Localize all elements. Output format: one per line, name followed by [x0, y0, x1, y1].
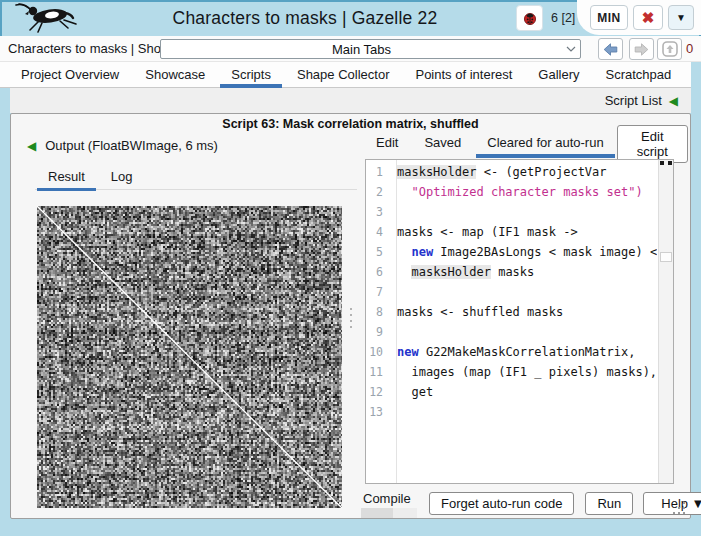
code-text: masks <- map (IF1 mask -> [390, 225, 578, 239]
edit-script-button[interactable]: Edit script [617, 125, 688, 163]
editor-tab-saved[interactable]: Saved [411, 130, 474, 157]
tab-points-of-interest[interactable]: Points of interest [402, 62, 525, 87]
line-number: 5 [366, 245, 390, 259]
code-line: 6 masksHolder masks [366, 262, 658, 282]
collapse-output-icon[interactable]: ◀ [27, 140, 36, 152]
arrow-right-icon [634, 43, 649, 56]
window-controls: MIN ✖ ▼ [577, 0, 701, 35]
line-number: 4 [366, 225, 390, 239]
script-list-bar: Script List ◀ [10, 88, 691, 113]
editor-tabbar: EditSavedCleared for auto-run Edit scrip… [363, 130, 688, 157]
code-text: get [390, 385, 433, 399]
editor-tab-edit[interactable]: Edit [363, 130, 411, 157]
code-line: 8masks <- shuffled masks [366, 302, 658, 322]
script-panel: Script 63: Mask correlation matrix, shuf… [10, 113, 691, 519]
editor-scrollbar[interactable] [658, 160, 673, 483]
code-text: masks <- shuffled masks [390, 305, 563, 319]
caret-down-icon: ▼ [676, 12, 686, 23]
editor-column: EditSavedCleared for auto-run Edit scrip… [357, 130, 688, 520]
code-text: "Optimized character masks set") [390, 185, 643, 199]
show-label: Characters to masks | Show [8, 36, 170, 62]
code-text: new G22MakeMaskCorrelationMatrix, [390, 345, 635, 359]
bug-count: 6 [2] [551, 0, 575, 36]
tab-scratchpad[interactable]: Scratchpad [592, 62, 684, 87]
code-line: 5 new Image2BAsLongs < mask image) < [366, 242, 658, 262]
forget-autorun-button[interactable]: Forget auto-run code [429, 492, 574, 515]
collapse-left-icon[interactable]: ◀ [669, 95, 678, 107]
tab-showcase[interactable]: Showcase [132, 62, 218, 87]
resize-grip[interactable] [672, 501, 686, 515]
tab-set-selector-value: Main Tabs [161, 42, 562, 57]
code-line: 4masks <- map (IF1 mask -> [366, 222, 658, 242]
code-text: images (map (IF1 _ pixels) masks), [390, 365, 657, 379]
window-menu-button[interactable]: ▼ [668, 5, 694, 30]
line-number: 11 [366, 365, 390, 379]
scrollbar-marker [668, 161, 672, 165]
correlation-matrix-image [37, 206, 342, 508]
toolbar: Characters to masks | Show Main Tabs 0 [0, 36, 701, 62]
line-number: 6 [366, 265, 390, 279]
run-button[interactable]: Run [585, 492, 633, 515]
output-tab-result[interactable]: Result [35, 164, 98, 189]
line-number: 3 [366, 205, 390, 219]
panel-splitter-handle[interactable] [348, 306, 354, 336]
window-title: Characters to masks | Gazelle 22 [95, 0, 515, 36]
code-line: 3 [366, 202, 658, 222]
code-line: 11 images (map (IF1 _ pixels) masks), [366, 362, 658, 382]
line-number: 10 [366, 345, 390, 359]
code-line: 12 get [366, 382, 658, 402]
history-back-button[interactable] [598, 38, 623, 60]
window-frame-right [691, 62, 701, 536]
code-text: new Image2BAsLongs < mask image) < [390, 245, 657, 259]
compile-progress-fill [361, 508, 393, 518]
script-heading: Script 63: Mask correlation matrix, shuf… [11, 117, 690, 131]
editor-tab-cleared-for-auto-run[interactable]: Cleared for auto-run [474, 130, 616, 157]
line-number: 13 [366, 405, 390, 419]
minimize-button[interactable]: MIN [590, 5, 628, 30]
close-button[interactable]: ✖ [633, 5, 663, 30]
code-text: masksHolder masks [390, 265, 534, 279]
line-number: 8 [366, 305, 390, 319]
code-line: 9 [366, 322, 658, 342]
tab-shape-collector[interactable]: Shape Collector [284, 62, 403, 87]
line-number: 2 [366, 185, 390, 199]
bug-report-button[interactable] [516, 5, 543, 31]
code-line: 2 "Optimized character masks set") [366, 182, 658, 202]
scrollbar-thumb[interactable] [660, 252, 672, 262]
code-text: masksHolder <- (getProjectVar [390, 165, 607, 179]
navigate-up-button[interactable] [657, 38, 682, 60]
compile-status: Compile [361, 490, 423, 518]
tab-set-selector[interactable]: Main Tabs [160, 39, 581, 59]
scrollbar-marker [660, 161, 664, 165]
window-frame-left [0, 88, 10, 536]
tab-scripts[interactable]: Scripts [218, 62, 284, 87]
code-lines: 1masksHolder <- (getProjectVar2 "Optimiz… [366, 162, 658, 422]
tab-project-overview[interactable]: Project Overview [8, 62, 132, 87]
code-editor[interactable]: 1masksHolder <- (getProjectVar2 "Optimiz… [365, 159, 674, 484]
main-tabs-row: Project OverviewShowcaseScriptsShape Col… [0, 62, 691, 88]
chevron-down-icon [562, 46, 580, 52]
line-number: 9 [366, 325, 390, 339]
navigate-up-icon [662, 41, 678, 57]
code-line: 7 [366, 282, 658, 302]
script-list-label: Script List [605, 93, 662, 108]
window-frame-bottom [0, 519, 701, 536]
code-line: 10new G22MakeMaskCorrelationMatrix, [366, 342, 658, 362]
gazelle-logo [8, 2, 92, 34]
history-count: 0 [686, 36, 693, 62]
tab-gallery[interactable]: Gallery [525, 62, 592, 87]
output-header-label: Output (FloatBWImage, 6 ms) [45, 138, 218, 153]
output-header: ◀ Output (FloatBWImage, 6 ms) [27, 138, 218, 153]
output-tab-log[interactable]: Log [98, 164, 146, 189]
result-log-tabs: ResultLog [35, 164, 357, 190]
compile-label: Compile [361, 491, 423, 506]
line-number: 1 [366, 165, 390, 179]
line-number: 12 [366, 385, 390, 399]
code-line: 1masksHolder <- (getProjectVar [366, 162, 658, 182]
titlebar: Characters to masks | Gazelle 22 6 [2] M… [0, 0, 701, 36]
line-number: 7 [366, 285, 390, 299]
history-forward-button[interactable] [629, 38, 654, 60]
compile-progressbar [361, 508, 417, 518]
app-window: Characters to masks | Gazelle 22 6 [2] M… [0, 0, 701, 536]
close-icon: ✖ [642, 9, 655, 27]
